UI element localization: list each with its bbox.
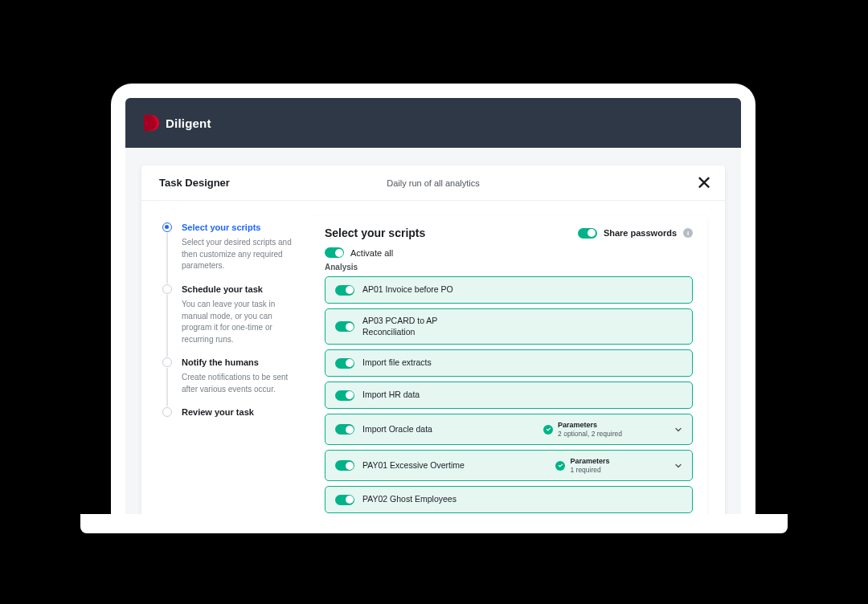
script-toggle[interactable]: [335, 285, 354, 296]
laptop-notch: [378, 514, 490, 524]
script-name: PAY02 Ghost Employees: [362, 494, 491, 505]
laptop-frame: Diligent Task Designer Daily run of all …: [111, 84, 755, 517]
share-passwords-toggle[interactable]: [578, 228, 597, 239]
script-name: AP03 PCARD to AP Reconciliation: [362, 316, 475, 337]
step-dot-icon: [162, 407, 172, 417]
script-toggle[interactable]: [335, 495, 354, 505]
step-dot-icon: [162, 284, 172, 294]
activate-all-label: Activate all: [350, 248, 393, 258]
share-passwords-control: Share passwords i: [578, 228, 693, 239]
dialog-subtitle: Daily run of all analytics: [387, 178, 480, 188]
dialog-wrap: Task Designer Daily run of all analytics…: [125, 148, 741, 517]
script-toggle[interactable]: [335, 321, 354, 332]
script-name: Import file extracts: [362, 357, 491, 369]
step-notify-humans[interactable]: Notify the humans Create notifications t…: [162, 357, 296, 406]
script-name: Import HR data: [362, 390, 491, 401]
step-desc: You can leave your task in manual mode, …: [182, 299, 296, 345]
step-review-task[interactable]: Review your task: [162, 406, 296, 433]
share-passwords-label: Share passwords: [604, 228, 677, 238]
check-circle-icon: [555, 461, 565, 471]
close-icon: ✕: [696, 172, 712, 194]
activate-all-toggle[interactable]: [325, 247, 344, 258]
params-sub: 1 required: [570, 466, 609, 474]
params-sub: 2 optional, 2 required: [558, 430, 622, 438]
script-row[interactable]: PAY01 Excessive Overtime Parameters 1 re…: [325, 450, 693, 481]
task-designer-dialog: Task Designer Daily run of all analytics…: [141, 165, 725, 517]
script-name: Import Oracle data: [362, 424, 491, 435]
step-select-scripts[interactable]: Select your scripts Select your desired …: [162, 222, 296, 284]
step-title: Review your task: [182, 406, 296, 418]
params-indicator: Parameters 2 optional, 2 required: [543, 421, 622, 438]
dialog-title: Task Designer: [141, 177, 302, 189]
dialog-header: Task Designer Daily run of all analytics…: [141, 165, 725, 201]
brand-logo: Diligent: [143, 114, 211, 132]
step-title: Notify the humans: [182, 357, 296, 368]
top-bar: Diligent: [125, 98, 741, 148]
main-panel: Select your scripts Share passwords i Ac…: [310, 201, 725, 517]
stepper: Select your scripts Select your desired …: [141, 201, 310, 517]
script-name: PAY01 Excessive Overtime: [362, 460, 491, 471]
card-header: Select your scripts Share passwords i: [325, 226, 693, 239]
app-screen: Diligent Task Designer Daily run of all …: [125, 98, 741, 517]
step-title: Select your scripts: [182, 222, 296, 233]
dialog-body: Select your scripts Select your desired …: [141, 201, 725, 517]
script-toggle[interactable]: [335, 358, 354, 369]
script-row[interactable]: AP01 Invoice before PO: [325, 276, 693, 304]
check-circle-icon: [543, 425, 553, 435]
brand-name: Diligent: [166, 116, 211, 130]
step-title: Schedule your task: [182, 284, 296, 295]
script-row[interactable]: Import HR data: [325, 382, 693, 409]
params-label: Parameters: [558, 421, 622, 430]
params-indicator: Parameters 1 required: [555, 457, 609, 474]
step-schedule-task[interactable]: Schedule your task You can leave your ta…: [162, 284, 296, 357]
script-row[interactable]: Import file extracts: [325, 349, 693, 377]
info-icon[interactable]: i: [683, 228, 693, 238]
step-desc: Create notifications to be sent after va…: [182, 372, 296, 395]
activate-all-row: Activate all: [325, 247, 693, 258]
scripts-card: Select your scripts Share passwords i Ac…: [310, 215, 707, 517]
section-label: Analysis: [325, 263, 693, 271]
script-list: AP01 Invoice before PO AP03 PCARD to AP …: [325, 276, 693, 513]
script-row[interactable]: Import Oracle data Parameters 2 optional…: [325, 414, 693, 445]
step-dot-icon: [162, 222, 172, 232]
chevron-down-icon[interactable]: [674, 459, 682, 473]
panel-heading: Select your scripts: [325, 226, 578, 239]
step-dot-icon: [162, 357, 172, 367]
script-toggle[interactable]: [335, 390, 354, 401]
step-desc: Select your desired scripts and then cus…: [182, 237, 296, 272]
script-name: AP01 Invoice before PO: [362, 284, 491, 296]
script-row[interactable]: AP03 PCARD to AP Reconciliation: [325, 308, 693, 345]
chevron-down-icon[interactable]: [674, 422, 682, 437]
params-label: Parameters: [570, 457, 609, 466]
close-button[interactable]: ✕: [691, 172, 717, 194]
script-row[interactable]: PAY02 Ghost Employees: [325, 486, 693, 513]
script-toggle[interactable]: [335, 424, 354, 435]
logo-mark-icon: [143, 114, 159, 132]
script-toggle[interactable]: [335, 460, 354, 471]
